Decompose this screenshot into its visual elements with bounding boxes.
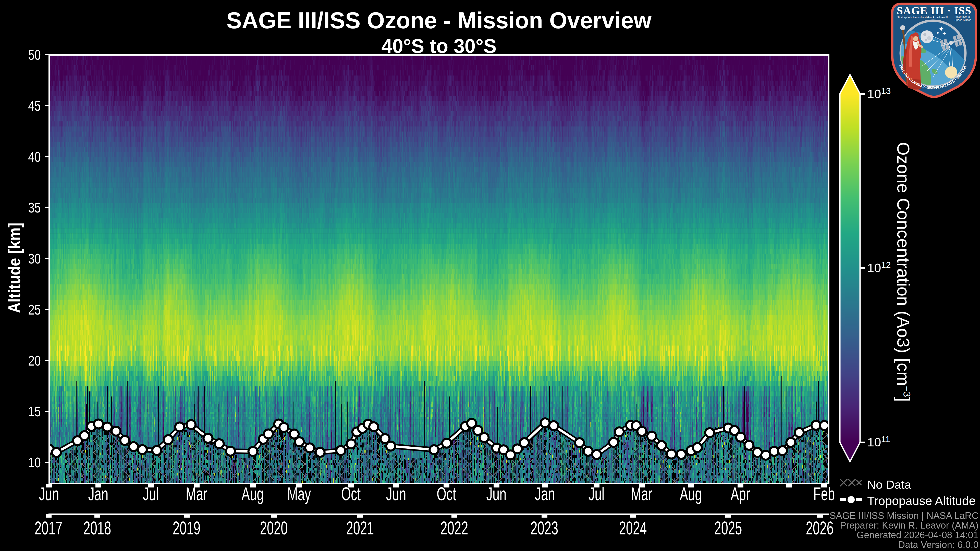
svg-text:Stratospheric Aerosol and Gas: Stratospheric Aerosol and Gas Experiment…	[897, 16, 948, 19]
svg-text:International: International	[956, 15, 970, 18]
svg-text:SAGE III · ISS: SAGE III · ISS	[897, 5, 971, 17]
svg-text:Space Station: Space Station	[955, 18, 971, 21]
